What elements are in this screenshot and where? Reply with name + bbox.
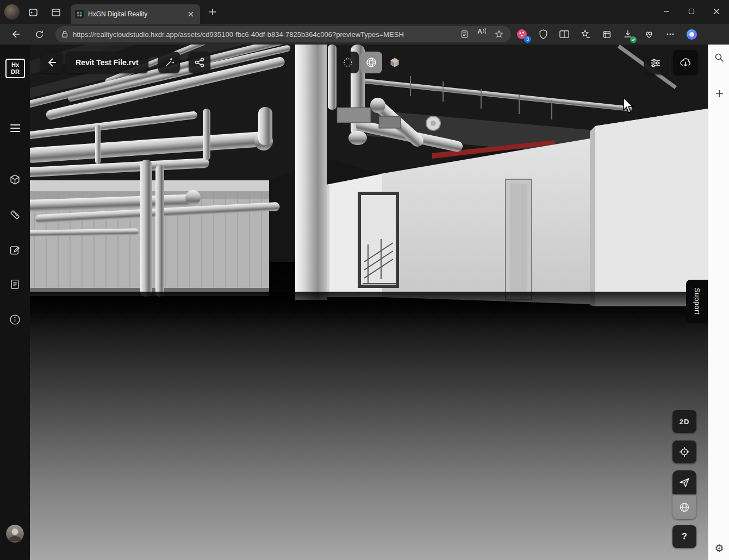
- display-settings-button[interactable]: [644, 52, 667, 74]
- browser-window: HxGN Digital Reality: [0, 0, 729, 560]
- browser-tab-strip: HxGN Digital Reality: [0, 0, 729, 24]
- locate-button[interactable]: [672, 441, 696, 463]
- minimize-icon: [663, 8, 670, 15]
- sheets-icon: [9, 279, 21, 290]
- back-button[interactable]: [8, 27, 23, 42]
- help-label: ?: [682, 532, 687, 542]
- plus-icon: [209, 8, 216, 16]
- heart-pulse-icon: [644, 29, 654, 39]
- browser-essentials-button[interactable]: [641, 27, 657, 42]
- split-screen-button[interactable]: [557, 27, 572, 42]
- sidebar-search-button[interactable]: [712, 50, 727, 65]
- share-button[interactable]: [189, 52, 210, 73]
- new-tab-button[interactable]: [207, 6, 219, 18]
- copilot-icon: [686, 29, 697, 40]
- sliders-icon: [650, 58, 661, 68]
- collections-button[interactable]: [599, 27, 614, 42]
- window-maximize-button[interactable]: [679, 0, 704, 23]
- refresh-button[interactable]: [32, 27, 47, 42]
- textured-cube-icon: [389, 57, 400, 68]
- annotate-icon: [9, 244, 21, 256]
- check-icon: [631, 37, 635, 42]
- tab-actions-button[interactable]: [49, 5, 63, 20]
- extension-button-2[interactable]: [535, 27, 551, 42]
- fly-navigation-button[interactable]: [672, 470, 696, 494]
- close-icon: [188, 11, 194, 17]
- favorites-hub-button[interactable]: [578, 27, 593, 42]
- site-permissions-icon: [61, 30, 68, 39]
- sidebar-settings-button[interactable]: ⚙: [712, 540, 727, 556]
- sidebar-item-info[interactable]: [5, 310, 25, 330]
- support-label: Support: [693, 288, 701, 314]
- page-icon: [460, 30, 469, 39]
- window-controls: [654, 0, 729, 23]
- extension-badge: 3: [524, 36, 531, 43]
- back-icon: [10, 29, 20, 39]
- cloud-download-icon: [679, 56, 692, 68]
- read-aloud-button[interactable]: A: [475, 28, 488, 41]
- toggle-point-cloud[interactable]: [337, 52, 359, 73]
- paper-plane-icon: [679, 477, 690, 488]
- toggle-mesh[interactable]: [360, 52, 382, 73]
- sound-waves-icon: [483, 28, 486, 34]
- sidebar-item-annotate[interactable]: [5, 240, 25, 260]
- main-menu-button[interactable]: [5, 118, 25, 138]
- magic-wand-icon: [164, 57, 175, 68]
- inspect-tool-button[interactable]: [158, 52, 180, 73]
- 2d-label: 2D: [680, 418, 690, 426]
- star-icon: [495, 30, 503, 39]
- close-icon: [713, 8, 720, 15]
- viewer-3d-scene[interactable]: [30, 45, 708, 560]
- url-text: https://realitycloudstudio.hxdr.app/asse…: [73, 30, 453, 39]
- share-icon: [194, 57, 205, 68]
- hxdr-logo[interactable]: Hx DR: [5, 59, 25, 78]
- 2d-view-button[interactable]: 2D: [672, 410, 696, 433]
- globe-navigation-button[interactable]: [672, 495, 696, 519]
- point-cloud-icon: [342, 57, 353, 68]
- browser-content: Hx DR: [0, 45, 729, 560]
- sidebar-item-sheets[interactable]: [5, 274, 25, 294]
- user-avatar[interactable]: [6, 525, 24, 543]
- extension-button-1[interactable]: 3: [514, 27, 529, 42]
- cube-icon: [9, 174, 21, 185]
- sidebar-item-assets[interactable]: [5, 169, 25, 190]
- downloads-button[interactable]: [620, 27, 635, 42]
- workspaces-icon: [28, 8, 38, 17]
- support-tab[interactable]: Support: [686, 280, 708, 323]
- download-asset-button[interactable]: [673, 50, 698, 75]
- measure-icon: [9, 209, 21, 221]
- window-close-button[interactable]: [704, 0, 729, 23]
- window-minimize-button[interactable]: [654, 0, 679, 23]
- tab-close-button[interactable]: [186, 9, 196, 19]
- download-complete-badge: [630, 36, 637, 43]
- edge-sidebar: ⚙: [708, 45, 729, 560]
- settings-more-button[interactable]: [663, 27, 678, 42]
- sidebar-item-measure[interactable]: [5, 205, 25, 225]
- browser-profile-avatar[interactable]: [4, 4, 20, 20]
- tab-title: HxGN Digital Reality: [88, 10, 182, 18]
- preview-type-toggles: [337, 52, 406, 73]
- favorites-hub-icon: [581, 29, 590, 39]
- crosshair-icon: [679, 446, 690, 457]
- viewer-back-button[interactable]: [41, 52, 63, 73]
- tab-favicon: [75, 10, 84, 18]
- globe-icon: [679, 502, 690, 513]
- split-screen-icon: [559, 30, 569, 39]
- viewer-area: Revit Test File.rvt: [30, 45, 708, 560]
- info-icon: [9, 314, 21, 325]
- hxdr-logo-line1: Hx: [11, 61, 19, 68]
- address-bar[interactable]: https://realitycloudstudio.hxdr.app/asse…: [55, 26, 511, 42]
- toggle-textured-model[interactable]: [384, 52, 406, 73]
- help-button[interactable]: ?: [672, 525, 696, 548]
- hxdr-logo-line2: DR: [11, 68, 20, 75]
- immersive-reader-button[interactable]: [458, 28, 471, 41]
- app-sidebar: Hx DR: [0, 45, 30, 560]
- asset-title-chip: Revit Test File.rvt: [66, 52, 148, 73]
- copilot-button[interactable]: [684, 27, 699, 42]
- workspaces-button[interactable]: [26, 5, 40, 20]
- active-tab[interactable]: HxGN Digital Reality: [71, 4, 200, 24]
- sidebar-add-button[interactable]: [712, 86, 727, 101]
- mesh-sphere-icon: [366, 57, 377, 68]
- favorite-star-button[interactable]: [493, 28, 506, 41]
- hamburger-icon: [10, 124, 20, 132]
